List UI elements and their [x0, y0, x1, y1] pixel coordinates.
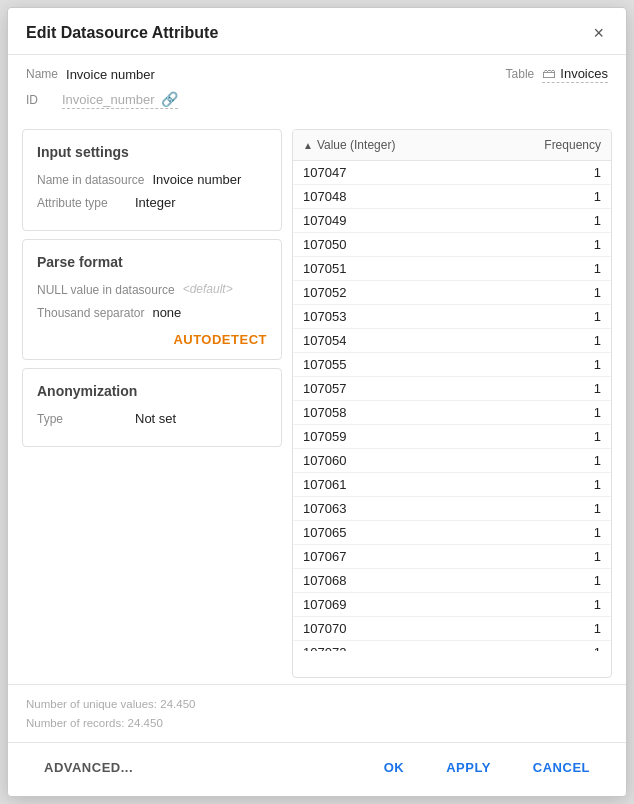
- attribute-type-label: Attribute type: [37, 195, 127, 210]
- table-row: 107063 1: [293, 497, 611, 521]
- sort-arrow-icon: ▲: [303, 140, 313, 151]
- cell-freq: 1: [531, 237, 601, 252]
- dialog-title: Edit Datasource Attribute: [26, 24, 218, 42]
- cell-freq: 1: [531, 285, 601, 300]
- null-value-row: NULL value in datasource <default>: [37, 282, 267, 297]
- id-value-wrap: Invoice_number 🔗: [62, 91, 178, 109]
- table-row: 107058 1: [293, 401, 611, 425]
- cell-value: 107055: [303, 357, 531, 372]
- cancel-button[interactable]: CANCEL: [515, 753, 608, 782]
- table-row: 107067 1: [293, 545, 611, 569]
- ok-button[interactable]: OK: [366, 753, 423, 782]
- attribute-type-value: Integer: [135, 195, 175, 210]
- table-row: 107069 1: [293, 593, 611, 617]
- cell-value: 107070: [303, 621, 531, 636]
- autodetect-row: AUTODETECT: [37, 332, 267, 347]
- edit-dialog: Edit Datasource Attribute × Name Invoice…: [7, 7, 627, 797]
- table-row: 107055 1: [293, 353, 611, 377]
- cell-value: 107050: [303, 237, 531, 252]
- cell-freq: 1: [531, 381, 601, 396]
- input-settings-title: Input settings: [37, 144, 267, 160]
- cell-freq: 1: [531, 621, 601, 636]
- dialog-header: Edit Datasource Attribute ×: [8, 8, 626, 55]
- attribute-type-row: Attribute type Integer: [37, 195, 267, 210]
- cell-value: 107063: [303, 501, 531, 516]
- cell-value: 107069: [303, 597, 531, 612]
- table-icon: 🗃: [542, 65, 556, 81]
- cell-freq: 1: [531, 357, 601, 372]
- table-row: 107070 1: [293, 617, 611, 641]
- input-settings-section: Input settings Name in datasource Invoic…: [22, 129, 282, 231]
- cell-freq: 1: [531, 189, 601, 204]
- cell-freq: 1: [531, 645, 601, 651]
- cell-value: 107061: [303, 477, 531, 492]
- stats-row: Number of unique values: 24.450 Number o…: [8, 684, 626, 742]
- apply-button[interactable]: APPLY: [428, 753, 509, 782]
- cell-value: 107065: [303, 525, 531, 540]
- table-row: 107052 1: [293, 281, 611, 305]
- table-row: 107053 1: [293, 305, 611, 329]
- table-row: 107061 1: [293, 473, 611, 497]
- link-icon: 🔗: [161, 91, 178, 107]
- col-freq-header: Frequency: [531, 138, 601, 152]
- thousand-separator-label: Thousand separator: [37, 305, 144, 320]
- name-in-datasource-row: Name in datasource Invoice number: [37, 172, 267, 187]
- cell-value: 107051: [303, 261, 531, 276]
- anonymization-section: Anonymization Type Not set: [22, 368, 282, 447]
- id-value: Invoice_number: [62, 92, 155, 107]
- table-row: 107072 1: [293, 641, 611, 651]
- cell-freq: 1: [531, 309, 601, 324]
- cell-value: 107059: [303, 429, 531, 444]
- table-row: 107068 1: [293, 569, 611, 593]
- null-value-label: NULL value in datasource: [37, 282, 175, 297]
- col-value-header: ▲ Value (Integer): [303, 138, 531, 152]
- name-field: Name Invoice number: [26, 67, 155, 82]
- cell-freq: 1: [531, 333, 601, 348]
- cell-freq: 1: [531, 573, 601, 588]
- cell-freq: 1: [531, 165, 601, 180]
- cell-value: 107057: [303, 381, 531, 396]
- cell-value: 107049: [303, 213, 531, 228]
- table-row: 107065 1: [293, 521, 611, 545]
- anon-type-value: Not set: [135, 411, 176, 426]
- cell-value: 107048: [303, 189, 531, 204]
- thousand-separator-row: Thousand separator none: [37, 305, 267, 320]
- close-button[interactable]: ×: [589, 22, 608, 44]
- anon-type-row: Type Not set: [37, 411, 267, 426]
- table-row: 107057 1: [293, 377, 611, 401]
- name-value: Invoice number: [66, 67, 155, 82]
- thousand-separator-value: none: [152, 305, 181, 320]
- parse-format-title: Parse format: [37, 254, 267, 270]
- table-row: 107047 1: [293, 161, 611, 185]
- content-area: Input settings Name in datasource Invoic…: [8, 119, 626, 678]
- cell-value: 107052: [303, 285, 531, 300]
- table-row: 107060 1: [293, 449, 611, 473]
- cell-freq: 1: [531, 453, 601, 468]
- autodetect-button[interactable]: AUTODETECT: [173, 332, 267, 347]
- cell-freq: 1: [531, 429, 601, 444]
- table-header: ▲ Value (Integer) Frequency: [293, 130, 611, 161]
- footer: ADVANCED... OK APPLY CANCEL: [8, 742, 626, 796]
- table-row: 107049 1: [293, 209, 611, 233]
- name-in-datasource-label: Name in datasource: [37, 172, 144, 187]
- name-in-datasource-value: Invoice number: [152, 172, 241, 187]
- advanced-button[interactable]: ADVANCED...: [26, 753, 151, 782]
- anon-type-label: Type: [37, 411, 127, 426]
- cell-value: 107053: [303, 309, 531, 324]
- cell-value: 107072: [303, 645, 531, 651]
- cell-freq: 1: [531, 261, 601, 276]
- name-label: Name: [26, 67, 58, 81]
- value-table-body: 107047 1 107048 1 107049 1 107050 1 1070…: [293, 161, 611, 651]
- cell-value: 107068: [303, 573, 531, 588]
- cell-freq: 1: [531, 597, 601, 612]
- value-table-panel: ▲ Value (Integer) Frequency 107047 1 107…: [292, 129, 612, 678]
- table-row: 107054 1: [293, 329, 611, 353]
- cell-value: 107067: [303, 549, 531, 564]
- meta-row: Name Invoice number Table 🗃 Invoices: [8, 55, 626, 89]
- id-row: ID Invoice_number 🔗: [8, 89, 626, 119]
- table-label: Table: [506, 67, 535, 81]
- table-row: 107050 1: [293, 233, 611, 257]
- cell-value: 107058: [303, 405, 531, 420]
- cell-freq: 1: [531, 477, 601, 492]
- table-row: 107051 1: [293, 257, 611, 281]
